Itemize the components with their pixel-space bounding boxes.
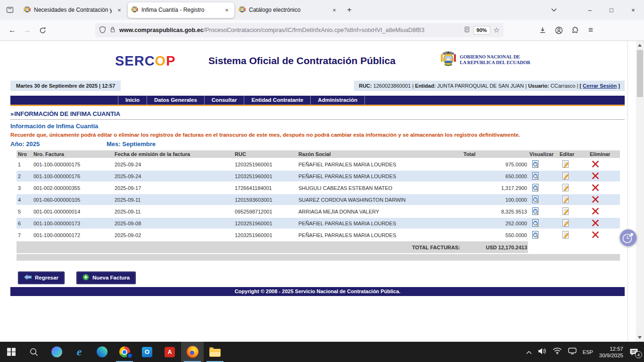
close-window-button[interactable]: ×	[622, 0, 644, 20]
scroll-up-arrow[interactable]	[638, 44, 642, 47]
visualizar-icon[interactable]	[531, 183, 540, 192]
cell-nro: 2	[17, 173, 32, 179]
language-indicator[interactable]: ESP	[583, 349, 593, 355]
period-row: Año: 2025 Mes: Septiembre	[10, 140, 625, 148]
cell-nro: 3	[17, 185, 32, 191]
notification-center-button[interactable]: 4	[629, 348, 638, 356]
close-icon[interactable]: ×	[330, 7, 339, 14]
chevron-down-icon[interactable]	[546, 3, 562, 17]
wifi-icon[interactable]	[553, 347, 562, 356]
acrobat-icon: A	[165, 347, 175, 357]
eliminar-icon[interactable]	[592, 184, 599, 191]
buttons-row: Regresar Nueva Factura	[18, 272, 627, 284]
tab-necesidades[interactable]: Necesidades de Contratación y ×	[20, 2, 127, 18]
shield-icon[interactable]	[99, 26, 106, 35]
cell-razon-social: PEÑAFIEL PARRALES MARIA LOURDES	[297, 232, 461, 238]
visualizar-icon[interactable]	[531, 160, 540, 168]
volume-icon[interactable]	[538, 347, 546, 357]
file-explorer-button[interactable]	[204, 342, 226, 362]
scrollbar-thumb[interactable]	[637, 50, 643, 97]
visualizar-icon[interactable]	[531, 172, 540, 180]
visualizar-icon[interactable]	[531, 230, 540, 239]
tab-catalogo[interactable]: Catálogo electrónico ×	[235, 2, 342, 18]
acrobat-button[interactable]: A	[158, 342, 181, 362]
cell-ruc: 1203251960001	[233, 232, 297, 238]
editar-icon[interactable]	[561, 172, 570, 180]
editar-icon[interactable]	[561, 195, 570, 204]
reload-button[interactable]	[35, 23, 50, 38]
tab-title: Necesidades de Contratación y	[34, 7, 112, 13]
header-ruc: RUC	[233, 151, 297, 157]
back-button[interactable]: ←	[5, 23, 20, 38]
logout-link[interactable]: Cerrar Sesión	[583, 83, 617, 89]
firefox-button[interactable]	[181, 342, 204, 362]
edge-button[interactable]	[91, 342, 113, 362]
taskbar-date: 30/9/2025	[599, 352, 623, 359]
extensions-icon[interactable]	[567, 23, 583, 38]
cell-fecha-emision: 2025-09-08	[113, 221, 233, 226]
nav-item-administracion[interactable]: Administración	[311, 96, 365, 105]
url-text[interactable]: www.compraspublicas.gob.ec/ProcesoContra…	[119, 27, 461, 33]
visualizar-icon[interactable]	[531, 195, 540, 204]
cell-total: 1,317.2900	[461, 185, 528, 191]
user-info-box: RUC: 1260023860001 | Entidad: JUNTA PARR…	[354, 81, 625, 91]
nav-item-entidad-contratante[interactable]: Entidad Contratante	[244, 96, 311, 105]
chevron-up-icon[interactable]	[526, 348, 532, 356]
nueva-factura-button[interactable]: Nueva Factura	[76, 272, 136, 284]
tab-list-icon[interactable]	[3, 3, 17, 17]
scroll-down-arrow[interactable]	[638, 336, 642, 339]
editar-icon[interactable]	[561, 230, 570, 239]
system-tray: ESP 12:57 30/9/2025 4	[526, 342, 644, 362]
zoom-level-badge[interactable]: 90%	[473, 26, 490, 34]
start-button[interactable]	[0, 342, 23, 362]
bookmark-star-icon[interactable]: ☆	[494, 26, 500, 34]
eliminar-icon[interactable]	[592, 207, 599, 215]
cell-nro: 6	[17, 221, 32, 226]
visualizar-icon[interactable]	[531, 207, 540, 215]
eliminar-icon[interactable]	[592, 231, 599, 239]
cell-ruc: 1726641184001	[233, 185, 297, 191]
ecuador-coat-of-arms-icon	[440, 50, 456, 69]
taskbar-clock[interactable]: 12:57 30/9/2025	[599, 346, 623, 359]
nav-item-datos-generales[interactable]: Datos Generales	[147, 96, 205, 105]
editar-icon[interactable]	[561, 160, 570, 168]
tab-infima-cuantia[interactable]: Infima Cuantía - Registro ×	[128, 2, 234, 18]
close-icon[interactable]: ×	[223, 7, 231, 14]
chrome-button[interactable]	[113, 342, 136, 362]
editar-icon[interactable]	[561, 183, 570, 192]
cell-razon-social: PEÑAFIEL PARRALES MARIA LOURDES	[297, 162, 461, 167]
close-icon[interactable]: ×	[115, 7, 124, 14]
vertical-scrollbar[interactable]	[636, 41, 644, 342]
table-row: 6 001-100-000000173 2025-09-08 120325196…	[17, 218, 620, 230]
account-icon[interactable]	[551, 23, 567, 38]
eliminar-icon[interactable]	[592, 172, 599, 180]
maximize-button[interactable]: □	[601, 0, 622, 20]
header-nro-factura: Nro. Factura	[32, 151, 113, 157]
nav-item-inicio[interactable]: Inicio	[118, 96, 147, 105]
regresar-button[interactable]: Regresar	[18, 272, 65, 284]
nav-item-consultar[interactable]: Consultar	[205, 96, 245, 105]
connect-display-icon[interactable]	[568, 347, 577, 356]
menu-icon[interactable]: ≡	[583, 23, 599, 38]
new-tab-button[interactable]: +	[342, 3, 356, 17]
taskbar-time: 12:57	[599, 346, 623, 352]
internet-explorer-button[interactable]: e	[68, 342, 91, 362]
outlook-button[interactable]: O	[136, 342, 158, 362]
editar-icon[interactable]	[561, 219, 570, 227]
eliminar-icon[interactable]	[592, 219, 599, 227]
editar-icon[interactable]	[561, 207, 570, 215]
eliminar-icon[interactable]	[592, 160, 599, 168]
forward-button[interactable]: →	[20, 23, 35, 38]
minimize-button[interactable]: –	[579, 0, 601, 20]
search-button[interactable]	[23, 342, 45, 362]
reader-mode-icon[interactable]	[464, 26, 470, 34]
eliminar-icon[interactable]	[592, 196, 599, 203]
visualizar-icon[interactable]	[531, 219, 540, 227]
cell-razon-social: PEÑAFIEL PARRALES MARIA LOURDES	[297, 221, 461, 226]
copilot-button[interactable]	[45, 342, 68, 362]
cell-total: 252.0000	[461, 221, 528, 226]
lock-icon[interactable]	[109, 26, 116, 34]
url-bar[interactable]: www.compraspublicas.gob.ec/ProcesoContra…	[95, 23, 504, 37]
download-icon[interactable]	[535, 23, 551, 38]
floating-clock-widget[interactable]	[619, 229, 637, 247]
